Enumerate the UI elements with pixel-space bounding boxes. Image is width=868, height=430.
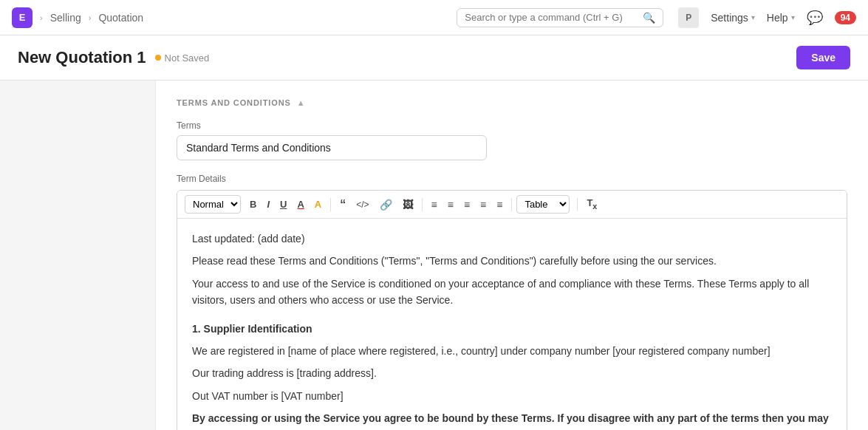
clear-format-button[interactable]: Tx: [582, 195, 601, 213]
editor-heading-1: 1. Supplier Identification: [192, 321, 832, 337]
terms-input[interactable]: [177, 135, 487, 160]
editor-toolbar: Normal B I U A A “: [177, 191, 847, 219]
editor-line-2: Please read these Terms and Conditions (…: [192, 253, 832, 269]
term-details-label: Term Details: [177, 174, 847, 184]
navbar: E › Selling › Quotation 🔍 P Settings ▾ H…: [0, 0, 868, 35]
not-saved-dot: [155, 55, 161, 61]
editor-line-1: Last updated: (add date): [192, 231, 832, 247]
editor-body[interactable]: Last updated: (add date) Please read the…: [177, 219, 847, 430]
notification-badge: 94: [835, 11, 856, 24]
editor-line-4: We are registered in [name of place wher…: [192, 343, 832, 359]
ordered-list-icon: ≡: [431, 199, 437, 210]
settings-menu[interactable]: Settings ▾: [711, 12, 755, 24]
breadcrumb-chevron-2: ›: [89, 13, 92, 22]
image-icon: 🖼: [403, 199, 413, 210]
help-menu[interactable]: Help ▾: [767, 12, 795, 24]
app-icon: E: [12, 7, 33, 28]
settings-chevron-icon: ▾: [751, 13, 755, 21]
format-select[interactable]: Normal: [185, 195, 241, 214]
blockquote-icon: “: [340, 199, 346, 211]
separator-4: [577, 198, 578, 211]
align-left-icon: ≡: [480, 199, 486, 210]
highlight-icon: A: [315, 199, 321, 209]
save-status: Not Saved: [155, 52, 210, 64]
content-area: TERMS AND CONDITIONS ▲ Terms Term Detail…: [155, 81, 868, 430]
align-right-icon: ≡: [496, 199, 502, 210]
image-button[interactable]: 🖼: [398, 197, 417, 213]
page-title: New Quotation 1: [18, 48, 146, 67]
settings-label: Settings: [711, 12, 748, 24]
main-content: TERMS AND CONDITIONS ▲ Terms Term Detail…: [0, 81, 868, 430]
unordered-list-button[interactable]: ≡: [443, 197, 458, 213]
help-label: Help: [767, 12, 788, 24]
rich-text-editor: Normal B I U A A “: [177, 190, 847, 430]
avatar: P: [678, 7, 699, 28]
unordered-list-icon: ≡: [448, 199, 454, 210]
align-center-button[interactable]: ≡: [459, 197, 474, 213]
help-chevron-icon: ▾: [791, 13, 795, 21]
editor-line-5: Our trading address is [trading address]…: [192, 365, 832, 381]
section-header: TERMS AND CONDITIONS ▲: [177, 98, 847, 107]
editor-bold-paragraph: By accessing or using the Service you ag…: [192, 410, 832, 430]
nav-quotation[interactable]: Quotation: [98, 12, 143, 24]
editor-line-3: Your access to and use of the Service is…: [192, 276, 832, 309]
ordered-list-button[interactable]: ≡: [427, 197, 442, 213]
align-right-button[interactable]: ≡: [492, 197, 507, 213]
separator-1: [330, 198, 331, 211]
not-saved-label: Not Saved: [165, 52, 210, 64]
highlight-button[interactable]: A: [310, 197, 326, 212]
editor-line-6: Out VAT number is [VAT number]: [192, 388, 832, 404]
nav-selling[interactable]: Selling: [50, 12, 81, 24]
clear-format-icon: Tx: [587, 198, 597, 210]
underline-icon: U: [280, 199, 287, 209]
bold-button[interactable]: B: [245, 197, 261, 212]
terms-label: Terms: [177, 120, 847, 131]
collapse-icon[interactable]: ▲: [297, 98, 305, 107]
link-button[interactable]: 🔗: [375, 197, 397, 213]
blockquote-button[interactable]: “: [335, 196, 350, 214]
bold-icon: B: [250, 199, 256, 209]
code-icon: </>: [356, 200, 369, 209]
underline-button[interactable]: U: [276, 197, 291, 212]
separator-2: [422, 198, 423, 211]
font-color-icon: A: [297, 199, 304, 209]
chat-icon[interactable]: 💬: [807, 10, 823, 26]
code-button[interactable]: </>: [352, 197, 373, 212]
align-left-button[interactable]: ≡: [476, 197, 491, 213]
section-title: TERMS AND CONDITIONS: [177, 98, 291, 107]
table-select[interactable]: Table: [516, 195, 570, 214]
separator-3: [511, 198, 512, 211]
save-button[interactable]: Save: [796, 46, 850, 69]
font-color-button[interactable]: A: [293, 197, 308, 212]
align-center-icon: ≡: [464, 199, 470, 210]
search-input[interactable]: [465, 12, 638, 23]
search-container: 🔍: [457, 8, 663, 27]
search-icon: 🔍: [643, 12, 655, 24]
link-icon: 🔗: [380, 199, 392, 210]
left-sidebar: [0, 81, 155, 430]
italic-button[interactable]: I: [262, 197, 274, 212]
breadcrumb-chevron-1: ›: [40, 13, 43, 22]
page-header: New Quotation 1 Not Saved Save: [0, 35, 868, 81]
italic-icon: I: [267, 199, 270, 209]
